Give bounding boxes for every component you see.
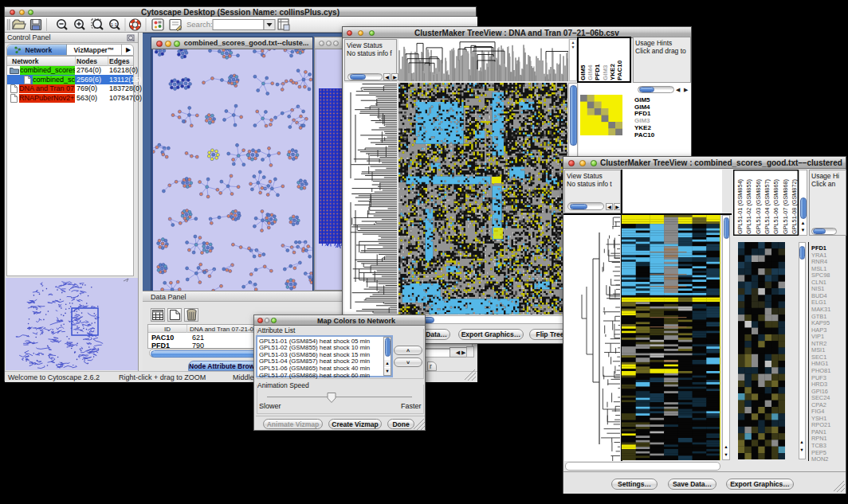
svg-text:GPL51-07 (GSM868): GPL51-07 (GSM868) — [782, 179, 789, 234]
svg-text:GIM5: GIM5 — [579, 64, 587, 80]
svg-text:GPL51-06 (GSM865): GPL51-06 (GSM865) — [772, 179, 779, 234]
svg-text:GPL51-04 (GSM857): GPL51-04 (GSM857) — [764, 179, 771, 234]
svg-text:PFD1: PFD1 — [594, 64, 601, 80]
svg-text:YKE2: YKE2 — [609, 64, 616, 80]
svg-text:GPL51-01 (GSM854): GPL51-01 (GSM854) — [736, 179, 744, 234]
svg-text:Search:: Search: — [186, 20, 213, 29]
svg-text:1:1: 1:1 — [111, 21, 118, 26]
svg-text:GIM3: GIM3 — [602, 64, 609, 80]
svg-text:PAC10: PAC10 — [616, 60, 623, 80]
svg-text:GPL51-03 (GSM856): GPL51-03 (GSM856) — [755, 179, 762, 234]
svg-text:GPL51-02 (GSM855): GPL51-02 (GSM855) — [745, 179, 752, 234]
svg-text:GIM4: GIM4 — [587, 64, 594, 80]
svg-text:GPL51-08 (GSM872): GPL51-08 (GSM872) — [791, 179, 798, 234]
